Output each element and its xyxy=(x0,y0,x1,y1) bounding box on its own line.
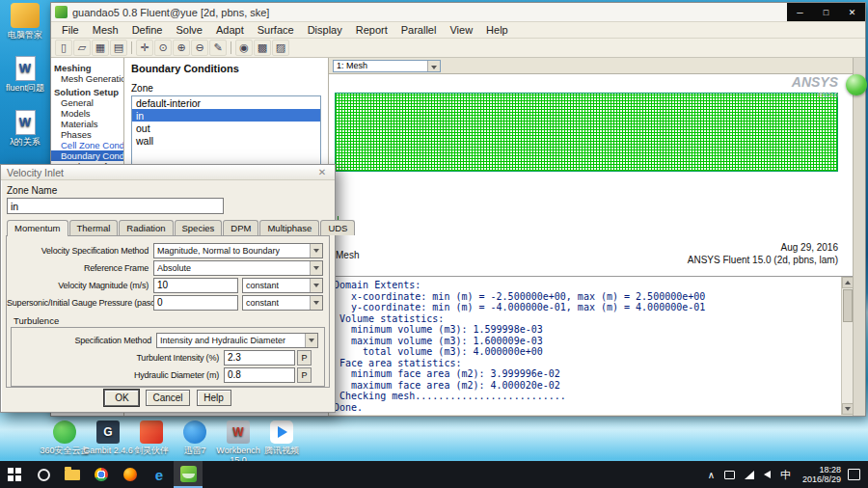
menu-parallel[interactable]: Parallel xyxy=(394,23,444,37)
cancel-button[interactable]: Cancel xyxy=(146,390,189,406)
desktop-icon-label: fluent问题 xyxy=(0,83,50,93)
cortana-button[interactable] xyxy=(29,461,58,488)
scrollbar-thumb[interactable] xyxy=(843,289,853,322)
turbulence-spec-method-select[interactable]: Intensity and Hydraulic Diameter xyxy=(156,333,318,348)
close-button[interactable]: ✕ xyxy=(839,3,865,21)
zone-item-wall[interactable]: wall xyxy=(132,134,320,147)
pan-icon[interactable]: ✛ xyxy=(136,40,153,56)
zone-item-default-interior[interactable]: default-interior xyxy=(132,96,320,109)
sidebar-item-mesh-generation[interactable]: Mesh Generation xyxy=(51,73,123,84)
zone-item-out[interactable]: out xyxy=(132,122,320,134)
fluent-icon xyxy=(180,466,197,482)
menu-help[interactable]: Help xyxy=(479,23,515,37)
panel-title: Boundary Conditions xyxy=(131,63,321,74)
reference-frame-select[interactable]: Absolute xyxy=(153,260,323,276)
sidebar-item-cell-zone-conditions[interactable]: Cell Zone Conditions xyxy=(51,140,123,150)
ok-button[interactable]: OK xyxy=(104,390,139,406)
ime-indicator[interactable]: 中 xyxy=(775,461,796,488)
zoom-in-icon[interactable]: ⊕ xyxy=(173,40,190,56)
gauge-pressure-input[interactable] xyxy=(153,295,238,311)
zone-item-in[interactable]: in xyxy=(132,109,320,122)
turbulent-intensity-label: Turbulent Intensity (%) xyxy=(12,353,224,363)
dialog-title-bar[interactable]: Velocity Inlet ✕ xyxy=(1,165,335,180)
magnify-icon[interactable]: ◉ xyxy=(235,40,253,56)
menu-file[interactable]: File xyxy=(55,23,86,37)
open-file-icon[interactable]: ▱ xyxy=(73,40,91,56)
sidebar-item-phases[interactable]: Phases xyxy=(51,129,123,140)
sidebar-item-general[interactable]: General xyxy=(51,97,123,108)
surfaces-dropdown-icon[interactable]: ▩ xyxy=(254,40,271,56)
turbulent-intensity-input[interactable] xyxy=(224,350,295,366)
menu-solve[interactable]: Solve xyxy=(169,23,209,37)
dialog-close-icon[interactable]: ✕ xyxy=(315,167,329,177)
tab-uds[interactable]: UDS xyxy=(320,220,355,235)
menu-surface[interactable]: Surface xyxy=(251,23,301,37)
chevron-down-icon xyxy=(310,296,322,310)
views-dropdown-icon[interactable]: ▨ xyxy=(272,40,289,56)
zoom-out-icon[interactable]: ⊖ xyxy=(191,40,208,56)
print-icon[interactable]: ▤ xyxy=(110,40,127,56)
start-button[interactable] xyxy=(0,461,29,488)
sidebar-item-solution-setup[interactable]: Solution Setup xyxy=(51,87,123,97)
hydraulic-diameter-input[interactable] xyxy=(224,367,295,383)
velocity-spec-method-select[interactable]: Magnitude, Normal to Boundary xyxy=(153,243,323,258)
menu-define[interactable]: Define xyxy=(125,23,170,37)
menu-report[interactable]: Report xyxy=(349,23,394,37)
desktop-icon-word-lambda[interactable]: W λ的关系 xyxy=(0,110,50,147)
tab-momentum[interactable]: Momentum xyxy=(7,220,68,236)
file-explorer-button[interactable] xyxy=(58,461,87,488)
desktop-icon-pc-manager[interactable]: 电脑管家 xyxy=(0,3,50,40)
title-bar[interactable]: guandao5 0.8 Fluent@yue [2d, pbns, ske] … xyxy=(51,3,865,22)
sidebar-item-meshing[interactable]: Meshing xyxy=(51,63,123,73)
fit-to-window-icon[interactable]: ⊙ xyxy=(154,40,172,56)
sidebar-item-materials[interactable]: Materials xyxy=(51,119,123,129)
zone-name-input[interactable] xyxy=(7,198,224,214)
network-tray-icon[interactable] xyxy=(740,461,759,488)
fluent-taskbar-button[interactable] xyxy=(174,461,203,488)
minimize-button[interactable]: ─ xyxy=(787,3,813,21)
new-file-icon[interactable]: ▯ xyxy=(55,40,72,56)
graphics-caption-date: Aug 29, 2016 xyxy=(781,242,839,253)
help-button[interactable]: Help xyxy=(197,390,231,406)
edge-button[interactable]: e xyxy=(145,461,174,488)
velocity-spec-method-value: Magnitude, Normal to Boundary xyxy=(157,246,280,256)
velocity-magnitude-input[interactable] xyxy=(153,278,238,293)
mesh-canvas[interactable]: ANSYS R15.0 Mesh Aug 29, 2016 ANSYS Flue… xyxy=(329,74,854,276)
tab-radiation[interactable]: Radiation xyxy=(119,220,173,235)
save-file-icon[interactable]: ▦ xyxy=(92,40,109,56)
menu-display[interactable]: Display xyxy=(301,23,349,37)
action-center-icon[interactable] xyxy=(848,469,860,480)
menu-mesh[interactable]: Mesh xyxy=(86,23,125,37)
tab-multiphase[interactable]: Multiphase xyxy=(259,220,319,235)
sidebar-item-boundary-conditions[interactable]: Boundary Conditions xyxy=(51,150,123,161)
menu-adapt[interactable]: Adapt xyxy=(209,23,251,37)
diameter-profile-button[interactable]: P xyxy=(297,367,312,383)
velocity-magnitude-mode-select[interactable]: constant xyxy=(242,278,323,293)
tray-chevron-icon[interactable]: ∧ xyxy=(703,461,719,488)
taskbar-clock[interactable]: 18:28 2016/8/29 xyxy=(796,465,848,485)
intensity-profile-button[interactable]: P xyxy=(297,350,312,366)
probe-icon[interactable]: ✎ xyxy=(209,40,227,56)
volume-tray-icon[interactable] xyxy=(759,461,775,488)
chrome-button[interactable] xyxy=(87,461,116,488)
desktop-icon-tencent-video[interactable]: 腾讯视频 xyxy=(257,420,307,455)
desktop-icon-word-fluent[interactable]: W fluent问题 xyxy=(0,56,50,93)
cortana-icon xyxy=(38,469,50,481)
tencent-video-icon xyxy=(270,420,293,444)
display-tray-icon[interactable] xyxy=(719,461,740,488)
desktop-icon-label: 腾讯视频 xyxy=(257,446,307,455)
tab-species[interactable]: Species xyxy=(175,220,223,235)
gauge-pressure-mode-select[interactable]: constant xyxy=(242,295,323,311)
view-selector[interactable]: 1: Mesh xyxy=(333,60,441,72)
window-title: guandao5 0.8 Fluent@yue [2d, pbns, ske] xyxy=(72,7,269,18)
sidebar-item-models[interactable]: Models xyxy=(51,108,123,119)
maximize-button[interactable]: □ xyxy=(813,3,839,21)
tab-dpm[interactable]: DPM xyxy=(223,220,258,235)
accelerator-ball-icon[interactable] xyxy=(846,74,867,95)
tab-thermal[interactable]: Thermal xyxy=(69,220,119,235)
graphics-scroll-strip[interactable] xyxy=(853,58,865,416)
firefox-button[interactable] xyxy=(116,461,145,488)
console[interactable]: Domain Extents: x-coordinate: min (m) = … xyxy=(329,276,854,415)
menu-view[interactable]: View xyxy=(443,23,479,37)
console-line: y-coordinate: min (m) = -4.000000e-01, m… xyxy=(334,302,836,313)
